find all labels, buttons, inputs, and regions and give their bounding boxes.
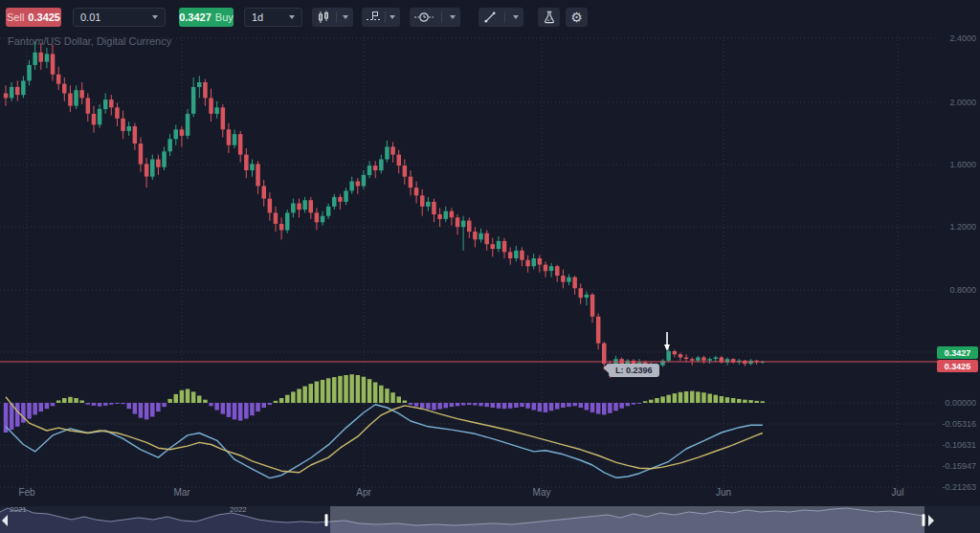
macd-bar (508, 403, 513, 409)
macd-bar (608, 403, 612, 413)
candle-body (544, 265, 548, 272)
macd-bar (643, 401, 648, 403)
macd-bar (707, 394, 712, 404)
macd-bar (613, 403, 618, 411)
candle-body (514, 251, 519, 258)
candle-body (373, 166, 378, 170)
macd-bar (673, 393, 678, 403)
chart-canvas[interactable] (0, 0, 980, 533)
candle-body (221, 107, 226, 129)
sell-price-badge: 0.3425 (937, 360, 978, 372)
candle-body (279, 224, 284, 231)
navigator-handle[interactable] (325, 514, 328, 526)
macd-bar (725, 397, 730, 403)
macd-bar (502, 403, 507, 409)
candle-body (368, 166, 372, 175)
navigator-selected-range[interactable] (330, 506, 924, 533)
lot-size-dropdown[interactable]: 0.01 (73, 8, 166, 27)
sell-label: Sell (7, 11, 24, 23)
chart-type-dropdown[interactable] (312, 8, 353, 27)
macd-bar (579, 403, 584, 408)
candle-body (33, 53, 37, 65)
macd-bar (315, 382, 320, 403)
macd-bar (679, 392, 683, 403)
price-line-dropdown[interactable] (362, 8, 400, 27)
candle-body (250, 164, 255, 170)
macd-bar (21, 403, 26, 423)
macd-bar (349, 374, 354, 403)
candle-body (167, 139, 172, 151)
macd-bar (321, 380, 325, 403)
macd-bar (437, 403, 442, 410)
divider (385, 11, 386, 23)
macd-bar (532, 403, 537, 411)
macd-bar (373, 383, 378, 404)
chevron-down-icon (450, 15, 456, 19)
time-interval-dropdown[interactable] (410, 8, 460, 27)
candle-body (233, 134, 237, 145)
macd-bar (450, 403, 455, 407)
macd-bar (86, 403, 91, 405)
macd-bar (414, 403, 419, 407)
candle-body (109, 100, 114, 107)
macd-bar (567, 403, 571, 407)
macd-bar (291, 391, 296, 403)
candle-body (579, 288, 584, 298)
candle-body (150, 160, 155, 177)
buy-button[interactable]: 0.3427 Buy (179, 8, 234, 27)
sell-button[interactable]: Sell 0.3425 (6, 8, 61, 27)
macd-bar (79, 401, 84, 404)
candle-body (349, 182, 354, 191)
candle-body (491, 244, 496, 249)
macd-bar (221, 403, 226, 414)
macd-bar (174, 394, 179, 403)
macd-bar (714, 395, 719, 403)
candle-body (21, 80, 26, 95)
macd-bar (473, 403, 478, 406)
candle-body (302, 200, 307, 210)
candle-body (10, 87, 14, 99)
macd-bar (92, 403, 97, 406)
lot-size-value: 0.01 (80, 11, 100, 23)
macd-bar (385, 389, 390, 403)
settings-button[interactable]: ⚙ (566, 8, 588, 27)
candle-body (244, 155, 249, 170)
candle-body (321, 216, 325, 223)
candle-body (690, 359, 695, 361)
macd-bar (27, 403, 32, 419)
indicators-button[interactable] (538, 8, 560, 27)
candle-body (103, 100, 108, 109)
macd-bar (649, 400, 654, 403)
macd-bar (748, 400, 753, 403)
macd-bar (332, 377, 337, 403)
macd-bar (15, 403, 20, 427)
macd-bar (127, 403, 132, 409)
candle-body (156, 160, 161, 167)
macd-bar (538, 403, 543, 411)
candle-body (4, 94, 9, 99)
navigator-handle[interactable] (923, 514, 925, 526)
macd-bar (702, 392, 706, 403)
candle-body (256, 164, 260, 186)
trading-app: Fantom/US Dollar, Digital Currency 2.400… (0, 0, 980, 533)
chevron-down-icon (390, 15, 395, 19)
macd-bar (285, 395, 290, 403)
drawing-tools-dropdown[interactable] (479, 8, 523, 27)
candle-body (203, 82, 208, 98)
macd-bar (115, 403, 120, 404)
candle-body (209, 98, 213, 113)
macd-bar (397, 396, 402, 403)
candle-body (555, 266, 560, 276)
macd-bar (186, 389, 190, 404)
candle-body (227, 129, 232, 144)
divider (441, 11, 442, 23)
candle-body (538, 258, 543, 265)
macd-bar (561, 403, 566, 408)
macd-bar (338, 376, 343, 403)
chevron-down-icon (343, 15, 348, 19)
candle-body (479, 233, 483, 240)
candle-body (456, 217, 460, 227)
timeframe-dropdown[interactable]: 1d (244, 8, 302, 27)
macd-bar (150, 403, 155, 417)
candle-body (27, 65, 32, 80)
